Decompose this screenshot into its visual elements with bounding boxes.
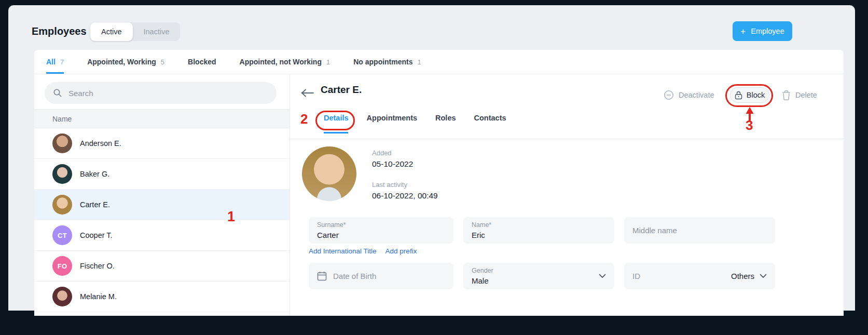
employee-name: Cooper T. xyxy=(80,231,113,239)
search-icon xyxy=(53,88,62,98)
add-employee-label: Employee xyxy=(751,27,784,35)
added-label: Added xyxy=(372,149,438,157)
list-item-cooper[interactable]: CT Cooper T. xyxy=(34,220,290,251)
content-card: All 7 Appointed, Working 5 Blocked Appoi… xyxy=(34,50,844,316)
employee-name: Melanie M. xyxy=(80,292,117,301)
filter-tab-count: 1 xyxy=(326,58,330,66)
filter-tab-count: 1 xyxy=(418,58,421,66)
filter-tab-appointed-working[interactable]: Appointed, Working 5 xyxy=(87,50,164,74)
divider xyxy=(290,139,844,139)
id-field[interactable]: ID Others xyxy=(624,263,775,289)
app-window: Employees Active Inactive + Employee All… xyxy=(8,5,855,311)
avatar: CT xyxy=(52,225,72,245)
last-activity-value: 06-10-2022, 00:49 xyxy=(372,191,438,200)
id-type-value: Others xyxy=(731,272,754,280)
list-item-anderson[interactable]: Anderson E. xyxy=(34,128,290,159)
middle-name-placeholder: Middle name xyxy=(632,226,677,235)
profile-meta: Added 05-10-2022 Last activity 06-10-202… xyxy=(372,149,438,200)
filter-tab-all[interactable]: All 7 xyxy=(46,50,64,74)
filter-tab-count: 7 xyxy=(60,58,64,66)
column-header-name: Name xyxy=(52,115,72,123)
annotation-step-2: 2 xyxy=(300,111,308,127)
toggle-inactive[interactable]: Inactive xyxy=(133,22,181,41)
employee-detail-panel: Carter E. Deactivate Block xyxy=(290,74,844,316)
deactivate-label: Deactivate xyxy=(679,91,714,99)
gender-label: Gender xyxy=(472,267,606,274)
gender-select[interactable]: Gender Male xyxy=(463,263,614,289)
filter-tab-label: All xyxy=(46,58,56,66)
employee-name: Carter E. xyxy=(80,200,110,209)
filter-tab-appointed-not-working[interactable]: Appointed, not Working 1 xyxy=(240,50,330,74)
dob-placeholder: Date of Birth xyxy=(333,272,376,280)
toggle-active[interactable]: Active xyxy=(90,22,133,41)
search-input[interactable] xyxy=(68,89,268,98)
chevron-down-icon xyxy=(599,274,606,278)
avatar: FO xyxy=(52,256,72,276)
filter-tab-label: No appointments xyxy=(353,58,412,66)
tab-contacts[interactable]: Contacts xyxy=(474,114,506,122)
add-international-title-link[interactable]: Add International Title xyxy=(309,247,377,255)
gender-value: Male xyxy=(472,276,606,285)
page-title: Employees xyxy=(32,25,87,37)
list-column-header: Name xyxy=(34,109,290,128)
filter-tab-blocked[interactable]: Blocked xyxy=(188,50,216,74)
deactivate-button[interactable]: Deactivate xyxy=(664,88,714,102)
last-activity-label: Last activity xyxy=(372,181,438,189)
add-employee-button[interactable]: + Employee xyxy=(733,21,792,41)
list-item-carter[interactable]: Carter E. xyxy=(34,190,290,220)
avatar xyxy=(52,164,72,184)
filter-tab-count: 5 xyxy=(161,58,164,66)
list-item-melanie[interactable]: Melanie M. xyxy=(34,282,290,312)
employee-list: Anderson E. Baker G. Carter E. CT Cooper… xyxy=(34,128,290,312)
profile-photo[interactable] xyxy=(302,146,356,201)
date-of-birth-field[interactable]: Date of Birth xyxy=(309,263,453,289)
delete-label: Delete xyxy=(795,91,817,99)
list-item-baker[interactable]: Baker G. xyxy=(34,159,290,190)
filter-tab-label: Appointed, not Working xyxy=(240,58,322,66)
name-label: Name* xyxy=(472,221,606,229)
id-type-select[interactable]: Others xyxy=(731,272,767,280)
surname-label: Surname* xyxy=(317,221,445,229)
filter-tab-no-appointments[interactable]: No appointments 1 xyxy=(353,50,421,74)
annotation-step-3: 3 xyxy=(746,117,753,133)
annotation-circle-details xyxy=(315,111,355,130)
active-tab-underline xyxy=(324,132,348,133)
filter-tab-label: Appointed, Working xyxy=(87,58,156,66)
add-prefix-link[interactable]: Add prefix xyxy=(385,247,417,255)
list-item-fischer[interactable]: FO Fischer O. xyxy=(34,251,290,282)
avatar xyxy=(52,133,72,153)
added-value: 05-10-2022 xyxy=(372,159,438,169)
avatar xyxy=(52,287,72,306)
middle-name-field[interactable]: Middle name xyxy=(624,217,775,244)
annotation-circle-block xyxy=(725,84,773,107)
employee-name: Anderson E. xyxy=(80,139,121,148)
id-placeholder: ID xyxy=(632,272,640,280)
avatar xyxy=(52,195,72,215)
filter-tab-bar: All 7 Appointed, Working 5 Blocked Appoi… xyxy=(34,50,844,74)
chevron-down-icon xyxy=(760,274,767,278)
filter-tab-label: Blocked xyxy=(188,58,216,66)
delete-button[interactable]: Delete xyxy=(782,88,817,102)
employee-name: Fischer O. xyxy=(80,262,115,270)
trash-icon xyxy=(782,90,791,100)
search-box[interactable] xyxy=(45,82,277,104)
active-inactive-toggle: Active Inactive xyxy=(90,22,180,41)
minus-circle-icon xyxy=(664,90,674,100)
calendar-icon xyxy=(317,271,327,281)
annotation-step-1: 1 xyxy=(227,209,235,225)
tab-appointments[interactable]: Appointments xyxy=(367,114,417,122)
surname-value: Carter xyxy=(317,231,445,239)
detail-title: Carter E. xyxy=(321,84,362,96)
surname-field[interactable]: Surname* Carter xyxy=(309,217,453,244)
name-value: Eric xyxy=(472,231,606,239)
employee-name: Baker G. xyxy=(80,170,109,178)
add-links: Add International Title Add prefix xyxy=(309,247,417,255)
back-arrow-icon[interactable] xyxy=(301,88,315,98)
name-field[interactable]: Name* Eric xyxy=(463,217,614,244)
plus-icon: + xyxy=(740,27,746,36)
tab-roles[interactable]: Roles xyxy=(435,114,456,122)
